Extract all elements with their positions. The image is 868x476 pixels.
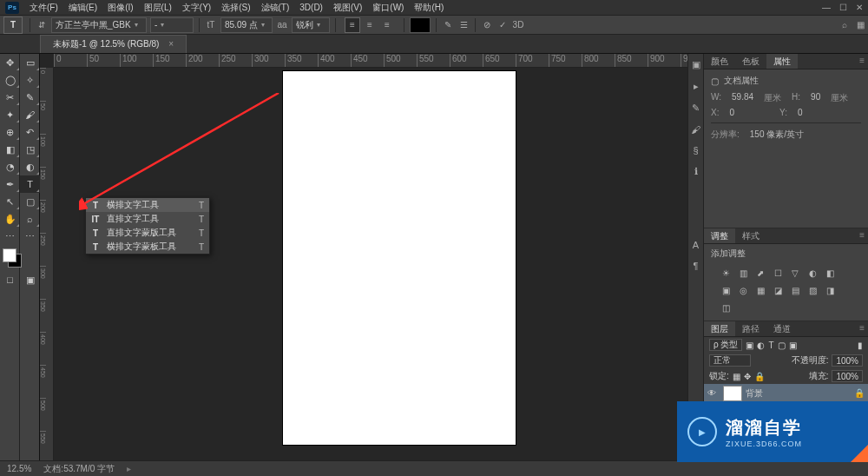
- tab-channels[interactable]: 通道: [766, 321, 798, 336]
- more-tools-b[interactable]: ⋯: [20, 228, 40, 245]
- menu-help[interactable]: 帮助(H): [409, 2, 449, 14]
- tab-properties[interactable]: 属性: [766, 54, 798, 69]
- tab-color[interactable]: 色板: [735, 54, 766, 69]
- antialias-select[interactable]: 锐利: [292, 17, 330, 33]
- adj-expo-icon[interactable]: ☐: [772, 267, 784, 279]
- lock-pix-icon[interactable]: ▦: [733, 372, 740, 381]
- gradient-tool[interactable]: ◳: [20, 141, 40, 158]
- filter-shape-icon[interactable]: ▢: [778, 340, 786, 350]
- layer-filter-kind[interactable]: ρ 类型: [709, 339, 742, 351]
- align-right-icon[interactable]: ≡: [379, 17, 395, 33]
- zoom-tool[interactable]: ⌕: [20, 210, 40, 228]
- tab-swatches[interactable]: 颜色: [704, 54, 735, 69]
- marquee-tool[interactable]: ▭: [20, 54, 40, 71]
- cancel-icon[interactable]: ⊘: [479, 17, 495, 33]
- adj-inv-icon[interactable]: ◪: [772, 284, 784, 296]
- tool-preset[interactable]: T: [3, 17, 23, 34]
- document-canvas[interactable]: [283, 71, 516, 445]
- menu-layer[interactable]: 图层(L): [139, 2, 177, 14]
- spot-heal-tool[interactable]: ✦: [0, 106, 20, 123]
- brush2-panel-icon[interactable]: 🖌: [691, 124, 700, 135]
- window-min-icon[interactable]: —: [822, 3, 831, 12]
- wand-tool[interactable]: ✧: [20, 71, 40, 89]
- warp-text-icon[interactable]: ✎: [440, 17, 456, 33]
- adj-thr-icon[interactable]: ▨: [806, 284, 819, 296]
- shape-tool[interactable]: ▢: [20, 193, 40, 210]
- lock-pos-icon[interactable]: ✥: [744, 372, 751, 381]
- adj-hue-icon[interactable]: ◐: [806, 267, 819, 279]
- lasso-tool[interactable]: ◯: [0, 71, 20, 89]
- menu-view[interactable]: 视图(V): [328, 2, 367, 14]
- document-tab[interactable]: 未标题-1 @ 12.5% (RGB/8) ×: [40, 35, 187, 53]
- opacity-input[interactable]: 100%: [832, 354, 863, 367]
- eraser-tool[interactable]: ◧: [0, 141, 20, 158]
- fill-input[interactable]: 100%: [832, 370, 863, 382]
- adj-levels-icon[interactable]: ▥: [737, 267, 749, 279]
- char-panel-icon[interactable]: ☰: [456, 17, 471, 33]
- actions-panel-icon[interactable]: ▸: [694, 81, 699, 92]
- status-zoom[interactable]: 12.5%: [7, 464, 31, 473]
- menu-image[interactable]: 图像(I): [102, 2, 138, 14]
- clone-panel-icon[interactable]: §: [693, 145, 698, 155]
- tab-styles[interactable]: 样式: [735, 228, 766, 243]
- adj-curves-icon[interactable]: ⬈: [754, 267, 766, 279]
- commit-icon[interactable]: ✓: [495, 17, 510, 33]
- align-center-icon[interactable]: ≡: [362, 17, 378, 33]
- align-left-icon[interactable]: ≡: [345, 17, 360, 33]
- history-panel-icon[interactable]: ▣: [692, 59, 700, 70]
- toggle-3d-icon[interactable]: 3D: [510, 17, 526, 33]
- font-family-select[interactable]: 方正兰亭中黑_GBK: [51, 17, 147, 33]
- adj-bright-icon[interactable]: ☀: [720, 267, 732, 279]
- color-swatches[interactable]: [0, 245, 20, 271]
- flyout-horizontal-type[interactable]: T 横排文字工具 T: [86, 198, 209, 212]
- search-icon[interactable]: ⌕: [837, 17, 852, 33]
- brush-panel-icon[interactable]: ✎: [692, 102, 700, 114]
- filter-toggle[interactable]: ▮: [858, 340, 863, 350]
- adj-bw-icon[interactable]: ◧: [824, 267, 836, 279]
- flyout-horizontal-mask-type[interactable]: T 横排文字蒙板工具 T: [86, 240, 209, 254]
- flyout-vertical-mask-type[interactable]: T 直排文字蒙版工具 T: [86, 226, 209, 240]
- text-orient-icon[interactable]: ⇵: [34, 17, 49, 33]
- panel-menu-icon[interactable]: ≡: [856, 54, 868, 69]
- menu-filter[interactable]: 滤镜(T): [256, 2, 295, 14]
- menu-edit[interactable]: 编辑(E): [63, 2, 102, 14]
- status-doc[interactable]: 文档:53.7M/0 字节: [43, 463, 115, 475]
- menu-type[interactable]: 文字(Y): [177, 2, 216, 14]
- para-panel-icon[interactable]: ¶: [694, 261, 699, 271]
- menu-window[interactable]: 窗口(W): [367, 2, 409, 14]
- menu-select[interactable]: 选择(S): [216, 2, 255, 14]
- filter-adj-icon[interactable]: ◐: [757, 340, 765, 350]
- visibility-icon[interactable]: 👁: [707, 388, 720, 398]
- clone-tool[interactable]: ⊕: [0, 123, 20, 141]
- filter-smart-icon[interactable]: ▣: [789, 340, 797, 350]
- path-tool[interactable]: ↖: [0, 193, 20, 210]
- more-tools-a[interactable]: ⋯: [0, 228, 20, 245]
- mask-mode-a[interactable]: □: [0, 271, 20, 288]
- text-color-swatch[interactable]: [410, 17, 431, 33]
- history-brush[interactable]: ↶: [20, 123, 40, 141]
- char-panel-icon2[interactable]: A: [693, 240, 699, 250]
- adj-grad-icon[interactable]: ◨: [824, 284, 836, 296]
- adj-sel-icon[interactable]: ◫: [720, 301, 732, 314]
- hand-tool[interactable]: ✋: [0, 210, 20, 228]
- adj-photo-icon[interactable]: ▣: [720, 284, 732, 296]
- adj-chmx-icon[interactable]: ◎: [737, 284, 749, 296]
- blend-mode[interactable]: 正常: [709, 354, 751, 367]
- lock-all-icon[interactable]: 🔒: [754, 372, 765, 381]
- tab-layers[interactable]: 图层: [704, 321, 735, 336]
- filter-type-icon[interactable]: T: [768, 340, 773, 350]
- info-panel-icon[interactable]: ℹ: [694, 166, 698, 177]
- window-close-icon[interactable]: ✕: [856, 3, 863, 12]
- font-size-input[interactable]: 85.09 点: [220, 17, 273, 33]
- adj-lut-icon[interactable]: ▦: [754, 284, 766, 296]
- panel-menu-icon[interactable]: ≡: [856, 321, 868, 336]
- menu-file[interactable]: 文件(F): [24, 2, 63, 14]
- adj-post-icon[interactable]: ▤: [789, 284, 801, 296]
- canvas-area[interactable]: 0501001502002503003504004505005506006507…: [40, 54, 687, 460]
- mask-mode-b[interactable]: ▣: [20, 271, 40, 288]
- brush-tool[interactable]: 🖌: [20, 106, 40, 123]
- move-tool[interactable]: ✥: [0, 54, 20, 71]
- adj-vib-icon[interactable]: ▽: [789, 267, 801, 279]
- flyout-vertical-type[interactable]: IT 直排文字工具 T: [86, 212, 209, 226]
- status-more-icon[interactable]: ▸: [127, 464, 131, 473]
